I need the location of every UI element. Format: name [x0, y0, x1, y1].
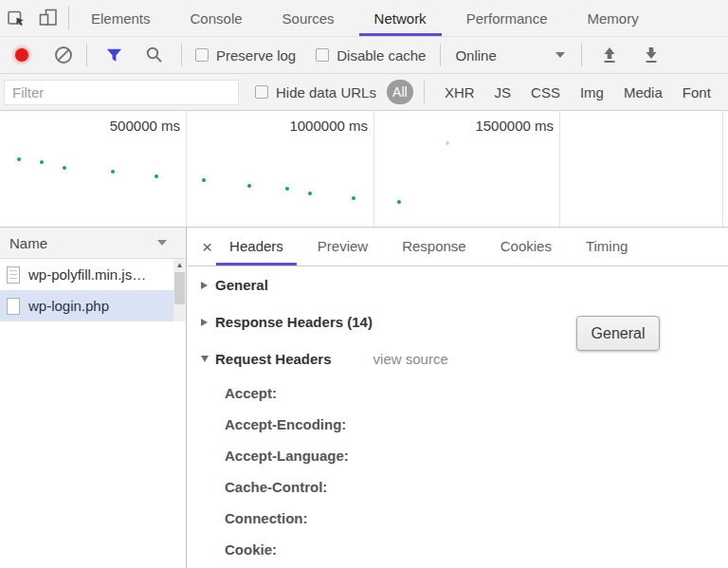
scroll-up-arrow-icon[interactable]: ▲	[173, 259, 186, 271]
tab-console[interactable]: Console	[171, 1, 263, 36]
timeline-gridline	[559, 111, 560, 227]
upload-icon	[601, 46, 618, 64]
devtools-tabbar: Elements Console Sources Network Perform…	[0, 0, 728, 37]
details-tab-strip: × Headers Preview Response Cookies Timin…	[188, 228, 728, 266]
toolbar-divider	[424, 81, 425, 103]
search-button[interactable]	[145, 46, 164, 64]
section-title: General	[215, 277, 268, 293]
disclosure-collapsed-icon	[201, 282, 208, 289]
requests-panel: Name wp-polyfill.min.js… wp-login.php ▲	[0, 228, 187, 568]
request-dot	[155, 174, 158, 178]
inspect-element-button[interactable]	[0, 0, 32, 36]
timeline-tick-label: 1000000 ms	[235, 118, 368, 134]
type-filter-img[interactable]: Img	[580, 84, 604, 101]
section-title: Request Headers	[215, 351, 332, 367]
type-filter-xhr[interactable]: XHR	[445, 84, 475, 101]
download-icon	[643, 46, 660, 64]
preserve-log-checkbox[interactable]: Preserve log	[195, 47, 296, 64]
request-header-name: Accept:	[188, 377, 728, 409]
record-network-log-button[interactable]	[15, 48, 28, 62]
type-filter-media[interactable]: Media	[624, 84, 663, 101]
sort-caret-icon	[157, 240, 167, 246]
device-toolbar-icon	[39, 9, 58, 27]
tab-preview[interactable]: Preview	[316, 228, 370, 266]
preserve-log-label: Preserve log	[216, 47, 296, 64]
network-overview-timeline[interactable]: 500000 ms 1000000 ms 1500000 ms	[0, 111, 728, 228]
toolbar-divider	[86, 44, 87, 66]
checkbox-icon	[195, 48, 209, 62]
timeline-tick-label: 500000 ms	[49, 118, 180, 134]
request-dot	[247, 184, 251, 188]
tab-memory[interactable]: Memory	[568, 1, 659, 36]
section-general[interactable]: General	[188, 266, 728, 303]
request-header-name: Cache-Control:	[188, 471, 728, 503]
import-har-button[interactable]	[601, 46, 618, 64]
request-header-name: Cookie:	[188, 534, 728, 565]
timeline-tick-label: 1500000 ms	[421, 118, 554, 134]
section-title: Response Headers (14)	[215, 314, 373, 330]
throttling-value: Online	[455, 47, 496, 64]
request-dot	[111, 170, 115, 174]
disable-cache-checkbox[interactable]: Disable cache	[316, 47, 426, 64]
filter-input[interactable]	[4, 80, 239, 105]
type-filter-font[interactable]: Font	[682, 84, 711, 101]
name-column-label: Name	[9, 235, 47, 251]
request-dot	[352, 196, 355, 200]
request-header-name: Connection:	[188, 503, 728, 534]
request-dot	[17, 157, 21, 161]
toolbar-divider	[581, 44, 582, 66]
request-name: wp-login.php	[28, 298, 109, 314]
request-row-wp-login[interactable]: wp-login.php	[0, 290, 186, 321]
tab-elements[interactable]: Elements	[71, 1, 171, 36]
request-name: wp-polyfill.min.js…	[28, 266, 146, 283]
script-file-icon	[7, 266, 20, 284]
network-filter-bar: Hide data URLs All XHR JS CSS Img Media …	[0, 74, 728, 111]
view-source-link[interactable]: view source	[373, 351, 448, 367]
hide-data-urls-label: Hide data URLs	[276, 84, 376, 101]
hide-data-urls-checkbox[interactable]: Hide data URLs	[255, 84, 376, 101]
disclosure-collapsed-icon	[201, 319, 208, 326]
type-filter-css[interactable]: CSS	[531, 84, 560, 101]
timeline-gridline	[373, 111, 374, 227]
checkbox-icon	[255, 85, 268, 99]
toggle-device-toolbar-button[interactable]	[32, 0, 64, 36]
timeline-gridline	[186, 111, 187, 227]
inspect-cursor-icon	[7, 9, 26, 27]
request-row-wp-polyfill[interactable]: wp-polyfill.min.js…	[0, 259, 186, 290]
chevron-down-icon	[555, 52, 565, 58]
close-details-button[interactable]: ×	[202, 238, 212, 256]
funnel-icon	[105, 46, 123, 64]
tab-response[interactable]: Response	[400, 228, 468, 266]
tab-sources[interactable]: Sources	[263, 1, 355, 36]
request-dot	[202, 178, 206, 182]
tab-performance[interactable]: Performance	[446, 1, 568, 36]
tab-timing[interactable]: Timing	[584, 228, 629, 266]
toolbar-divider	[181, 44, 182, 66]
headers-content: General Response Headers (14) Request He…	[188, 266, 728, 565]
requests-scrollbar[interactable]: ▲	[173, 259, 186, 321]
timeline-gridline	[722, 111, 723, 227]
checkbox-icon	[316, 48, 329, 62]
tab-network[interactable]: Network	[355, 1, 446, 36]
search-icon	[145, 46, 164, 64]
disable-cache-label: Disable cache	[337, 47, 426, 64]
scrollbar-thumb[interactable]	[174, 272, 185, 304]
toolbar-divider	[68, 7, 69, 29]
disclosure-expanded-icon	[201, 356, 209, 362]
tab-cookies[interactable]: Cookies	[499, 228, 554, 266]
export-har-button[interactable]	[643, 46, 660, 64]
request-header-name: Accept-Language:	[188, 440, 728, 471]
request-dot	[40, 160, 44, 164]
request-header-name: Accept-Encoding:	[188, 409, 728, 440]
floating-general-button[interactable]: General	[576, 316, 660, 351]
tab-headers[interactable]: Headers	[228, 228, 285, 266]
filter-toggle-button[interactable]	[105, 46, 123, 64]
name-column-header[interactable]: Name	[0, 228, 186, 259]
request-dot	[285, 187, 289, 191]
request-dot	[446, 141, 449, 145]
clear-network-log-button[interactable]	[55, 46, 72, 64]
type-filter-js[interactable]: JS	[495, 84, 512, 101]
network-toolbar: Preserve log Disable cache Online	[0, 37, 728, 74]
throttling-dropdown[interactable]: Online	[455, 47, 564, 64]
type-filter-all[interactable]: All	[387, 80, 413, 104]
